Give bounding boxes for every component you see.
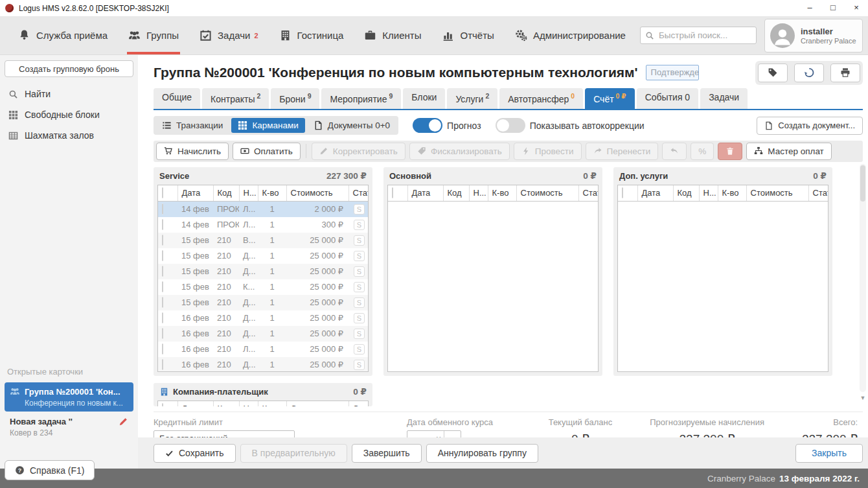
quick-search-box[interactable] — [640, 27, 757, 44]
create-document-button[interactable]: Создать документ... — [757, 117, 863, 135]
delete-button[interactable] — [718, 143, 742, 160]
nav-item-hotel[interactable]: Гостиница — [269, 16, 354, 54]
pay-button[interactable]: Оплатить — [233, 143, 301, 160]
edit-pencil-icon[interactable] — [119, 417, 128, 426]
open-card-group-200001[interactable]: Группа №200001 'Кон... Конференция по но… — [5, 382, 133, 412]
post-button[interactable]: Провести — [514, 143, 582, 160]
table-row[interactable]: 15 фев 210 Д... 1 25 000 ₽ S — [158, 295, 368, 310]
column-header: Н... — [469, 185, 488, 202]
to-preliminary-button[interactable]: В предварительную — [240, 444, 347, 463]
sidebar-item-free-blocks[interactable]: Свободные блоки — [0, 104, 138, 125]
sidebar-item-label: Свободные блоки — [25, 110, 100, 120]
payment-wizard-button[interactable]: Мастер оплат — [746, 143, 832, 160]
select-all-checkbox[interactable] — [162, 403, 163, 406]
table-row[interactable]: 14 фев ПРОК Л... 1 2 000 ₽ S — [158, 202, 368, 217]
open-card-new-task[interactable]: Новая задача '' Ковер в 234 — [5, 413, 133, 441]
close-button[interactable]: × — [845, 0, 868, 16]
table-row[interactable]: 16 фев 210 Д... 1 25 000 ₽ S — [158, 310, 368, 326]
toggle-switch[interactable] — [496, 118, 525, 133]
scrollbar-down-icon[interactable]: ▼ — [860, 395, 866, 401]
tab-blocks[interactable]: Блоки — [403, 88, 445, 109]
save-button[interactable]: Сохранить — [154, 444, 236, 463]
detail-tabs: ОбщиеКонтракты2Брони9Мероприятие9БлокиУс… — [154, 88, 863, 110]
cell-qty: 1 — [258, 279, 286, 295]
row-checkbox[interactable] — [162, 219, 163, 230]
maximize-button[interactable]: □ — [821, 0, 845, 16]
nav-item-clients[interactable]: Клиенты — [354, 16, 431, 54]
toggle-switch[interactable] — [413, 118, 442, 133]
user-menu[interactable]: installer Cranberry Palace — [764, 19, 863, 52]
vertical-scrollbar[interactable]: ▼ — [860, 164, 866, 392]
toggle-forecast[interactable]: Прогноз — [413, 118, 481, 133]
select-all-checkbox[interactable] — [622, 187, 623, 198]
fiscalize-button[interactable]: Фискализировать — [409, 143, 510, 160]
tab-general[interactable]: Общие — [154, 88, 200, 109]
nav-item-reports[interactable]: Отчёты — [432, 16, 505, 54]
correct-button[interactable]: Корректировать — [312, 143, 405, 160]
table-row[interactable]: 15 фев 210 Д... 1 25 000 ₽ S — [158, 248, 368, 264]
row-checkbox[interactable] — [162, 235, 163, 246]
nav-item-tasks[interactable]: Задачи2 — [189, 16, 269, 54]
tags-button[interactable] — [758, 64, 788, 82]
print-button[interactable] — [830, 64, 860, 82]
cell-cost: 25 000 ₽ — [286, 264, 348, 279]
tab-bookings[interactable]: Брони9 — [271, 88, 319, 109]
company-payer-panel[interactable]: Компания-плательщик 0 ₽ ДатаКодН...К-воС… — [154, 383, 372, 406]
search-input[interactable] — [657, 30, 751, 41]
tab-autotransfer[interactable]: Автотрансфер0 — [499, 88, 583, 109]
row-checkbox[interactable] — [162, 266, 163, 277]
row-checkbox[interactable] — [162, 312, 163, 323]
table-row[interactable]: 16 фев 210 Д... 1 25 000 ₽ S — [158, 326, 368, 342]
row-checkbox[interactable] — [162, 250, 163, 261]
nav-item-front-desk[interactable]: Служба приёма — [8, 16, 118, 54]
discount-percent-button[interactable]: % — [691, 143, 714, 160]
sidebar-item-find[interactable]: Найти — [0, 84, 138, 104]
panel-title: Основной — [389, 171, 431, 181]
table-row[interactable]: 16 фев 210 Д... 1 25 000 ₽ S — [158, 357, 368, 372]
tab-events[interactable]: События 0 — [637, 88, 698, 109]
segment-transactions[interactable]: Транзакции — [155, 118, 229, 133]
select-all-checkbox[interactable] — [392, 187, 393, 198]
toggle-label: Прогноз — [447, 121, 481, 131]
toggle-autocorrections[interactable]: Показывать автокоррекции — [496, 118, 645, 133]
charge-button[interactable]: Начислить — [156, 143, 229, 160]
table-row[interactable]: 16 фев 210 Л... 1 25 000 ₽ S — [158, 342, 368, 357]
cell-cost: 25 000 ₽ — [286, 248, 348, 264]
sidebar-item-hall-chessboard[interactable]: Шахматка залов — [0, 125, 138, 146]
select-all-checkbox[interactable] — [162, 187, 163, 198]
row-checkbox[interactable] — [162, 297, 163, 308]
row-checkbox[interactable] — [162, 359, 163, 370]
table-row[interactable]: 14 фев ПРОК Л... 1 300 ₽ S — [158, 217, 368, 233]
segment-documents[interactable]: Документы 0+0 — [307, 118, 396, 133]
help-button[interactable]: ? Справка (F1) — [5, 460, 95, 480]
nav-item-label: Клиенты — [382, 30, 421, 41]
minimize-button[interactable]: – — [798, 0, 821, 16]
avatar — [770, 23, 795, 48]
nav-item-administration[interactable]: Администрирование — [505, 16, 636, 54]
transfer-button[interactable]: Перенести — [586, 143, 659, 160]
finish-button[interactable]: Завершить — [352, 444, 422, 463]
create-group-booking-button[interactable]: Создать групповую бронь — [5, 60, 133, 77]
credit-limit-label: Кредитный лимит — [154, 417, 295, 427]
close-button-footer[interactable]: Закрыть — [795, 444, 863, 463]
table-row[interactable]: 15 фев 210 В... 1 25 000 ₽ S — [158, 233, 368, 248]
undo-button[interactable] — [662, 143, 687, 160]
tab-account[interactable]: Счёт0 ₽ — [585, 88, 635, 109]
tab-event[interactable]: Мероприятие9 — [321, 88, 401, 109]
row-checkbox[interactable] — [162, 328, 163, 339]
history-button[interactable] — [794, 64, 824, 82]
table-row[interactable]: 15 фев 210 К... 1 25 000 ₽ S — [158, 279, 368, 295]
row-checkbox[interactable] — [162, 281, 163, 292]
tab-contracts[interactable]: Контракты2 — [202, 88, 269, 109]
nav-item-groups[interactable]: Группы — [118, 16, 189, 54]
table-row[interactable]: 15 фев 210 Д... 1 25 000 ₽ S — [158, 264, 368, 279]
scrollbar-thumb[interactable] — [860, 165, 865, 202]
segment-pockets[interactable]: Карманами — [231, 118, 304, 133]
help-button-label: Справка (F1) — [30, 465, 84, 476]
annul-group-button[interactable]: Аннулировать группу — [426, 444, 538, 463]
cell-name: Л... — [239, 217, 258, 233]
row-checkbox[interactable] — [162, 343, 163, 354]
tab-tasks[interactable]: Задачи — [700, 88, 748, 109]
row-checkbox[interactable] — [162, 203, 163, 215]
tab-services[interactable]: Услуги2 — [447, 88, 497, 109]
